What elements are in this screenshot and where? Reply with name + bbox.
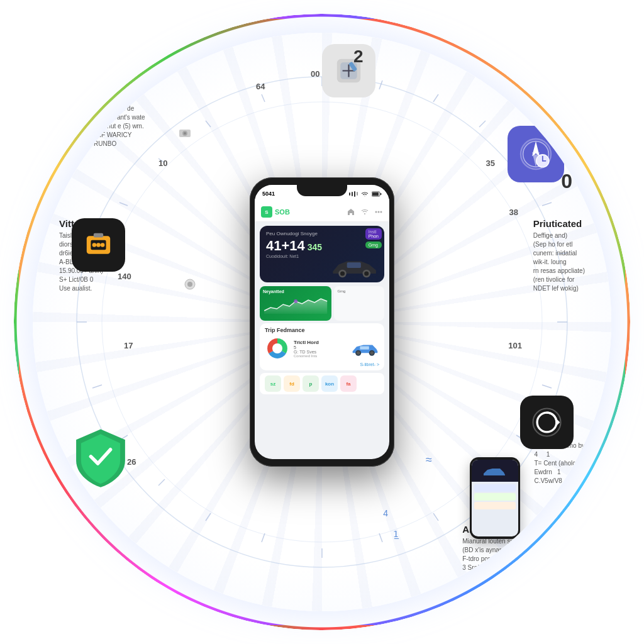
svg-line-13 — [433, 513, 438, 521]
phone-mockup: 5041 — [250, 177, 394, 467]
svg-point-31 — [101, 243, 105, 247]
app-logo-icon: S — [261, 206, 272, 218]
underline-icon: 1̲ — [393, 529, 399, 539]
strip-label-3: p — [309, 381, 313, 387]
app-logo-letter: S — [265, 209, 268, 215]
tracking-sub-icon — [177, 126, 192, 141]
svg-line-17 — [206, 513, 211, 521]
priuticated-title: Priuticated — [533, 218, 585, 229]
mileage-display: 41+14 345 — [266, 238, 378, 254]
section-priuticated: Priuticated Deffige and) (Sep ho for etl… — [533, 218, 585, 293]
stat-label-2: Phon — [369, 234, 379, 238]
mini-chart — [263, 295, 328, 314]
nav-svg — [517, 135, 555, 173]
gauge-num-l1: 10 — [158, 158, 167, 168]
gauge-num-l3: 17 — [124, 341, 133, 350]
svg-rect-32 — [94, 233, 103, 238]
small-stat-3 — [474, 502, 516, 509]
svg-point-71 — [184, 132, 186, 135]
badge-number-2: 2 — [353, 47, 364, 67]
section-diagnostic: Diagnostic Unincane liia tloung on matin… — [522, 74, 570, 113]
strip-icon-3[interactable]: p — [303, 375, 319, 392]
navigation-icon[interactable] — [508, 126, 564, 182]
phone-time: 5041 — [262, 191, 275, 197]
signal-2 — [352, 192, 353, 196]
wifi-icon — [361, 191, 369, 197]
svg-point-63 — [272, 343, 282, 353]
small-stat-1 — [474, 484, 516, 492]
svg-line-3 — [379, 80, 382, 89]
stat-label-1: Instl — [369, 230, 379, 234]
diagnostic-title: Diagnostic — [522, 74, 570, 84]
stat-val-2: Gmg — [369, 243, 379, 247]
trip-header: Trip Fedmance — [265, 327, 379, 333]
trip-content: Trictl Hord 5 G: TD Sves Conomed Ints — [265, 336, 379, 361]
svg-line-26 — [262, 94, 265, 102]
header-icons-group — [347, 208, 383, 216]
small-stat-2 — [474, 493, 516, 501]
app-strip: sz fd p kon fa — [260, 373, 384, 394]
phone-small-screen — [472, 460, 518, 536]
arrow-icon-small: 4 — [383, 508, 388, 518]
car-mileage-main: 41+14 — [266, 238, 305, 254]
gauge-num-r1: 35 — [486, 158, 495, 168]
diagnostic-app-icon[interactable] — [322, 44, 375, 97]
svg-marker-49 — [557, 419, 560, 426]
security-icon[interactable]: Obb slone — [69, 426, 132, 489]
diagnostic-text: Unincane liia tloung on mating rv0 fa ch… — [522, 87, 570, 113]
signal-indicators — [349, 191, 382, 197]
strip-icon-4[interactable]: kon — [321, 375, 338, 392]
home-icon[interactable] — [347, 208, 355, 216]
svg-point-73 — [187, 282, 192, 287]
strip-icon-5[interactable]: fa — [340, 375, 357, 392]
trip-link[interactable]: S-libret- > — [265, 362, 379, 367]
svg-rect-52 — [380, 193, 382, 195]
section-tracking: Tracking TTNeseut 4wt a t-63km godntjore… — [74, 74, 145, 148]
strip-icon-2[interactable]: fd — [284, 375, 300, 392]
svg-line-4 — [433, 94, 438, 102]
obd-icon[interactable] — [72, 218, 125, 272]
car-mileage-sub: 345 — [308, 242, 322, 252]
gauge-num-r3: 101 — [508, 341, 522, 350]
strip-icon-1[interactable]: sz — [265, 375, 281, 392]
svg-point-67 — [370, 352, 374, 355]
signal-3 — [354, 191, 355, 197]
trip-consumed: Conomed Ints — [294, 354, 347, 358]
strip-label-5: fa — [346, 381, 350, 387]
small-phone-content — [472, 482, 518, 512]
main-circle: 00 64 04 10 35 38 140 17 101 26 SC Track… — [33, 33, 611, 611]
sensor-icon — [177, 126, 192, 141]
stat-card-2: Gmg — [365, 242, 382, 248]
gauge-num-top: 00 — [311, 69, 319, 79]
almows-text: Mianural louten sinit s por: (BD x'is ay… — [462, 537, 536, 572]
car-card: Peu Ownudogi Snoyge 41+14 345 Cuodidouit… — [260, 226, 384, 282]
strip-label-1: sz — [270, 381, 275, 387]
reset-icon[interactable] — [520, 396, 574, 449]
svg-line-20 — [92, 385, 102, 388]
svg-line-16 — [262, 533, 265, 542]
svg-point-30 — [96, 243, 101, 247]
svg-point-59 — [364, 271, 369, 275]
svg-rect-60 — [347, 262, 361, 268]
phone-screen: 5041 — [255, 185, 389, 459]
tracking-text: TTNeseut 4wt a t-63km godntjoreh Veianis… — [74, 87, 145, 148]
car-card-title: Peu Ownudogi Snoyge — [266, 231, 378, 236]
gauge-num-tl2: 64 — [256, 82, 265, 91]
svg-line-25 — [206, 121, 211, 127]
svg-rect-68 — [360, 346, 369, 349]
menu-dots-icon[interactable] — [374, 208, 383, 216]
stat-card-1: Instl Phon — [365, 228, 382, 240]
wifi-header-icon[interactable] — [360, 208, 369, 216]
svg-line-23 — [119, 203, 128, 206]
car-silhouette-svg — [330, 253, 380, 279]
obd-svg — [81, 228, 116, 262]
svg-point-65 — [357, 352, 360, 355]
phone-notch — [297, 182, 347, 196]
trip-title: Trictl Hord — [294, 340, 347, 345]
app-logo-container: S SOB — [261, 206, 290, 218]
svg-rect-51 — [372, 192, 379, 196]
green-chart-card: Neyantted — [260, 286, 331, 321]
svg-point-29 — [92, 243, 97, 247]
arrow-icon-right: ≈ — [426, 453, 432, 467]
svg-point-55 — [380, 211, 382, 213]
